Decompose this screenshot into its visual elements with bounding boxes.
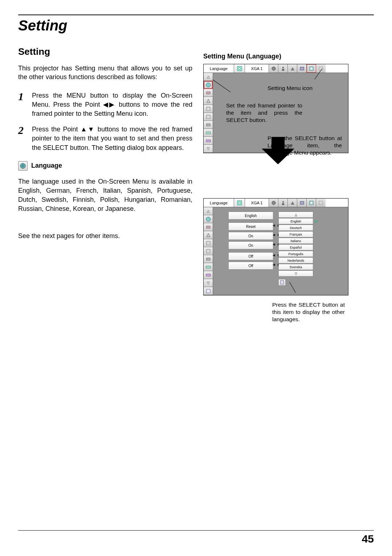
svg-rect-10 — [207, 107, 210, 111]
step-number: 2 — [18, 125, 32, 152]
top-icon — [297, 64, 307, 73]
lang-option[interactable]: Français — [278, 231, 313, 237]
svg-rect-18 — [300, 201, 304, 204]
svg-point-16 — [238, 202, 241, 204]
side-item-close-icon[interactable] — [204, 287, 213, 295]
setting-row[interactable]: On◀ ▶ — [228, 232, 273, 240]
lang-option[interactable]: Deutsch — [278, 225, 313, 231]
side-item-icon[interactable] — [204, 105, 213, 113]
top-icon — [316, 199, 326, 207]
chapter-title: Setting — [18, 17, 374, 34]
step-text: Press the Point ▲▼ buttons to move the r… — [32, 125, 192, 152]
setting-row[interactable]: Off◀ ▶ — [228, 252, 273, 260]
svg-rect-21 — [319, 201, 323, 205]
language-subheading: Language — [31, 162, 62, 169]
step-2: 2 Press the Point ▲▼ buttons to move the… — [18, 125, 192, 152]
top-icon — [278, 64, 288, 73]
side-item-globe-icon[interactable] — [204, 81, 213, 89]
svg-rect-20 — [311, 202, 312, 204]
svg-rect-23 — [207, 226, 210, 228]
side-item-icon[interactable] — [204, 137, 213, 145]
osd-menu-1: Language XGA 1 △ — [203, 64, 348, 153]
side-item-icon[interactable] — [204, 271, 213, 279]
svg-rect-14 — [206, 140, 211, 142]
svg-point-8 — [206, 83, 211, 87]
top-icon — [269, 199, 278, 207]
step-number: 1 — [18, 91, 32, 119]
svg-rect-26 — [207, 258, 210, 260]
setting-row[interactable]: On◀ ▶ — [228, 241, 273, 249]
svg-rect-24 — [207, 241, 210, 245]
lang-option[interactable]: Español — [278, 244, 313, 250]
section-heading: Setting — [18, 46, 192, 57]
lang-option[interactable]: Svenska — [278, 264, 313, 270]
language-paragraph: The language used in the On-Screen Menu … — [18, 177, 192, 214]
side-item-icon[interactable] — [204, 247, 213, 255]
figure-title: Setting Menu (Language) — [203, 53, 374, 60]
top-icon — [269, 64, 278, 73]
side-item-globe-icon[interactable] — [204, 215, 213, 223]
side-item-icon[interactable] — [204, 129, 213, 137]
intro-paragraph: This projector has Setting menu that all… — [18, 64, 192, 82]
osd-menu-2: Language XGA 1 △ — [203, 198, 348, 295]
scroll-down-icon[interactable]: ▽ — [204, 145, 213, 153]
side-item-icon[interactable] — [204, 89, 213, 97]
lang-option[interactable]: English — [278, 218, 313, 224]
svg-rect-12 — [207, 124, 210, 126]
side-item-icon[interactable] — [204, 239, 213, 247]
svg-rect-27 — [206, 266, 211, 268]
page-number: 45 — [18, 530, 374, 545]
svg-rect-4 — [300, 67, 304, 70]
step-1: 1 Press the MENU button to display the O… — [18, 91, 192, 119]
lang-option[interactable]: Português — [278, 251, 313, 257]
big-arrow-icon — [262, 137, 294, 164]
language-list-panel: △ English Deutsch Français Italiano Espa… — [278, 212, 313, 286]
setting-row[interactable]: English — [228, 212, 273, 220]
see-next-note: See the next pages for other items. — [18, 232, 192, 241]
setting-row[interactable]: Reset◀ ▶ — [228, 222, 273, 230]
svg-point-3 — [272, 67, 275, 70]
setting-values-panel: English Reset◀ ▶ On◀ ▶ On◀ ▶ Off◀ ▶ Off◀… — [228, 212, 273, 271]
settings-top-icon — [234, 199, 245, 207]
side-item-icon[interactable] — [204, 255, 213, 263]
svg-rect-11 — [207, 115, 210, 119]
top-icon — [278, 199, 288, 207]
side-item-icon[interactable] — [204, 231, 213, 239]
side-item-icon[interactable] — [204, 97, 213, 105]
svg-point-22 — [206, 217, 211, 221]
side-item-icon[interactable] — [204, 223, 213, 231]
osd-top-label: Language — [204, 64, 234, 73]
top-icon — [316, 64, 326, 73]
step-text: Press the MENU button to display the On-… — [32, 91, 192, 119]
setting-row[interactable]: Off◀ ▶ — [228, 262, 273, 270]
scroll-down-icon[interactable]: ▽ — [204, 279, 213, 287]
lang-option[interactable]: Nederlands — [278, 257, 313, 263]
lang-scroll-down-icon[interactable]: ▽ — [278, 270, 313, 277]
top-icon — [288, 199, 297, 207]
svg-rect-28 — [206, 274, 211, 276]
top-icon — [288, 64, 297, 73]
svg-rect-30 — [280, 281, 284, 284]
osd-source: XGA 1 — [245, 64, 269, 73]
callout-press-other-languages: Press the SELECT button at this item to … — [272, 301, 345, 323]
settings-top-icon — [234, 64, 245, 73]
svg-rect-29 — [207, 289, 210, 293]
globe-icon — [18, 161, 28, 171]
top-icon — [297, 199, 307, 207]
svg-rect-9 — [207, 92, 210, 94]
scroll-up-icon[interactable]: △ — [204, 73, 213, 81]
side-item-icon[interactable] — [204, 113, 213, 121]
svg-rect-13 — [206, 132, 211, 134]
scroll-up-icon[interactable]: △ — [204, 207, 213, 215]
lang-close-icon[interactable] — [278, 279, 286, 286]
side-item-icon[interactable] — [204, 121, 213, 129]
osd-source: XGA 1 — [245, 199, 269, 207]
osd-top-label: Language — [204, 199, 234, 207]
top-icon — [307, 64, 316, 73]
callout-setting-icon: Setting Menu icon — [268, 85, 340, 92]
lang-scroll-up-icon[interactable]: △ — [278, 212, 313, 218]
side-item-icon[interactable] — [204, 263, 213, 271]
svg-point-17 — [272, 201, 275, 205]
lang-option[interactable]: Italiano — [278, 238, 313, 244]
top-icon — [307, 199, 316, 207]
